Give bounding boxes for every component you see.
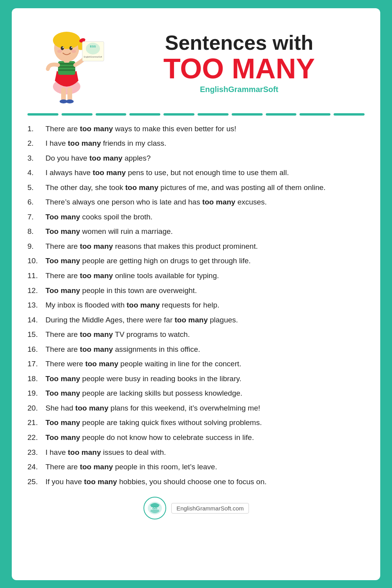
too-many-bold: too many (80, 330, 113, 338)
sentence-number: 21. (27, 417, 42, 428)
list-item: 3.Do you have too many apples? (27, 153, 365, 164)
list-item: 22.Too many people do not know how to ce… (27, 432, 365, 443)
svg-rect-20 (67, 87, 72, 101)
sentence-number: 15. (27, 329, 42, 340)
sentence-text: I have too many friends in my class. (45, 138, 365, 149)
sentence-number: 2. (27, 138, 42, 149)
footer-brand-box: EnglishGrammarSoft.com (171, 503, 249, 514)
sentence-number: 9. (27, 241, 42, 252)
svg-point-12 (71, 47, 73, 48)
sentence-number: 20. (27, 403, 42, 414)
list-item: 8.Too many women will ruin a marriage. (27, 226, 365, 237)
svg-rect-4 (58, 69, 75, 71)
too-many-bold: too many (68, 448, 101, 456)
sentence-number: 1. (27, 123, 42, 134)
svg-point-22 (66, 100, 74, 103)
sentence-number: 22. (27, 432, 42, 443)
sentence-text: Too many cooks spoil the broth. (45, 212, 365, 223)
list-item: 4.I always have too many pens to use, bu… (27, 167, 365, 178)
list-item: 20.She had too many plans for this weeke… (27, 403, 365, 414)
list-item: 24.There are too many people in this roo… (27, 461, 365, 472)
too-many-bold: Too many (45, 257, 80, 265)
sentence-text: There are too many TV programs to watch. (45, 329, 365, 340)
sentence-number: 11. (27, 270, 42, 281)
list-item: 5.The other day, she took too many pictu… (27, 182, 365, 193)
sentence-text: There are too many reasons that makes th… (45, 241, 365, 252)
list-item: 23.I have too many issues to deal with. (27, 447, 365, 458)
svg-point-16 (86, 43, 100, 54)
list-item: 12.Too many people in this town are over… (27, 285, 365, 296)
list-item: 19.Too many people are lacking skills bu… (27, 388, 365, 399)
sentence-text: If you have too many hobbies, you should… (45, 476, 365, 487)
too-many-bold: Too many (45, 213, 80, 221)
list-item: 21.Too many people are taking quick fixe… (27, 417, 365, 428)
too-many-bold: too many (80, 463, 113, 471)
svg-point-10 (69, 46, 73, 50)
too-many-bold: too many (75, 404, 108, 412)
too-many-bold: Too many (45, 375, 80, 383)
sentence-text: Too many people are lacking skills but p… (45, 388, 365, 399)
sentence-text: My inbox is flooded with too many reques… (45, 300, 365, 311)
sentence-number: 17. (27, 358, 42, 369)
too-many-bold: Too many (45, 418, 80, 427)
sentence-text: Too many people in this town are overwei… (45, 285, 365, 296)
svg-rect-2 (58, 63, 75, 65)
svg-rect-19 (61, 87, 66, 101)
sentence-number: 4. (27, 167, 42, 178)
divider (27, 113, 365, 116)
too-many-bold: Too many (45, 389, 80, 397)
too-many-bold: too many (80, 242, 113, 250)
too-many-bold: too many (80, 271, 113, 280)
sentence-text: She had too many plans for this weekend,… (45, 403, 365, 414)
sentence-number: 25. (27, 476, 42, 487)
list-item: 11.There are too many online tools avail… (27, 270, 365, 281)
too-many-bold: Too many (45, 286, 80, 295)
svg-text:EGS: EGS (151, 507, 159, 510)
list-item: 14.During the Middle Ages, there were fa… (27, 315, 365, 326)
too-many-bold: too many (125, 183, 158, 192)
main-card: EGS EnglishGrammarSoft Sentences with TO… (12, 8, 380, 580)
sentence-number: 8. (27, 226, 42, 237)
header: EGS EnglishGrammarSoft Sentences with TO… (27, 20, 365, 106)
list-item: 25.If you have too many hobbies, you sho… (27, 476, 365, 487)
sentence-text: Too many people do not know how to celeb… (45, 432, 365, 443)
sentence-number: 23. (27, 447, 42, 458)
sentence-number: 12. (27, 285, 42, 296)
sentence-text: There’s always one person who is late an… (45, 197, 365, 208)
list-item: 1.There are too many ways to make this e… (27, 123, 365, 134)
sentence-number: 24. (27, 461, 42, 472)
sentence-text: There are too many assignments in this o… (45, 344, 365, 355)
sentence-text: Do you have too many apples? (45, 153, 365, 164)
svg-point-9 (61, 46, 64, 50)
sentence-text: During the Middle Ages, there were far t… (45, 315, 365, 326)
sentence-text: There were too many people waiting in li… (45, 358, 365, 369)
sentence-text: Too many people are taking quick fixes w… (45, 417, 365, 428)
sentence-text: There are too many online tools availabl… (45, 270, 365, 281)
svg-text:EnglishGrammarSoft: EnglishGrammarSoft (84, 56, 102, 58)
list-item: 13.My inbox is flooded with too many req… (27, 300, 365, 311)
sentence-number: 18. (27, 373, 42, 384)
sentence-number: 6. (27, 197, 42, 208)
sentence-text: The other day, she took too many picture… (45, 182, 365, 193)
sentence-text: Too many people are getting high on drug… (45, 255, 365, 266)
title-block: Sentences with TOO MANY EnglishGrammarSo… (114, 32, 365, 94)
svg-point-11 (63, 47, 64, 48)
svg-point-7 (53, 32, 80, 49)
list-item: 18.Too many people were busy in reading … (27, 373, 365, 384)
girl-illustration: EGS EnglishGrammarSoft (27, 20, 106, 106)
too-many-bold: Too many (45, 433, 80, 441)
title-line2: TOO MANY (163, 54, 315, 83)
footer: EGS EnglishGrammarSoft.com (27, 496, 365, 520)
sentences-list: 1.There are too many ways to make this e… (27, 123, 365, 487)
sentence-text: I always have too many pens to use, but … (45, 167, 365, 178)
too-many-bold: too many (175, 316, 208, 324)
list-item: 2.I have too many friends in my class. (27, 138, 365, 149)
list-item: 17.There were too many people waiting in… (27, 358, 365, 369)
sentence-number: 14. (27, 315, 42, 326)
title-line1: Sentences with (165, 32, 314, 54)
too-many-bold: Too many (45, 227, 80, 235)
list-item: 9.There are too many reasons that makes … (27, 241, 365, 252)
list-item: 16.There are too many assignments in thi… (27, 344, 365, 355)
brand-subtitle: EnglishGrammarSoft (200, 85, 278, 94)
too-many-bold: too many (85, 360, 118, 368)
